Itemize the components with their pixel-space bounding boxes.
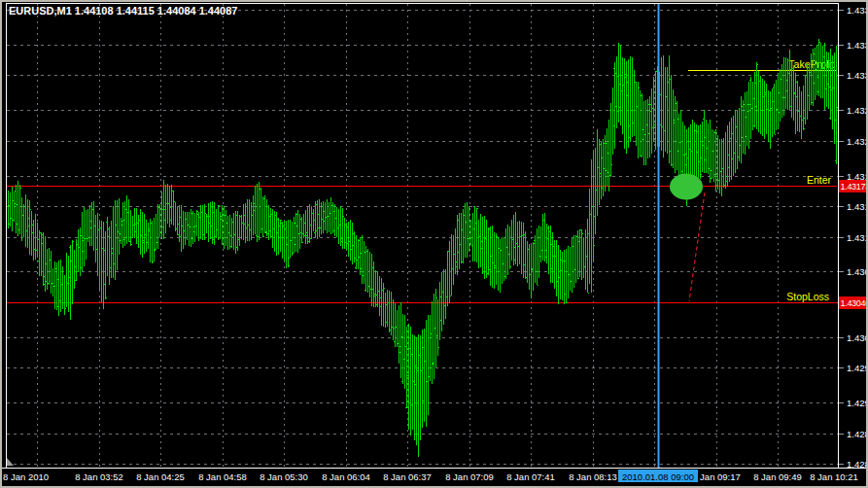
ohlc-bar bbox=[231, 218, 232, 248]
ohlc-bar bbox=[426, 320, 427, 427]
close-tick bbox=[434, 328, 435, 329]
ohlc-bar bbox=[807, 62, 808, 120]
close-tick bbox=[604, 168, 605, 169]
close-tick bbox=[598, 167, 599, 168]
open-tick bbox=[532, 269, 533, 270]
close-tick bbox=[539, 256, 540, 257]
close-tick bbox=[81, 235, 82, 236]
ohlc-bar bbox=[383, 283, 384, 327]
ohlc-bar bbox=[478, 220, 479, 268]
close-tick bbox=[833, 87, 834, 88]
close-tick bbox=[660, 94, 661, 95]
ohlc-bar bbox=[204, 204, 205, 240]
close-tick bbox=[792, 68, 793, 69]
trade-connector bbox=[689, 192, 705, 301]
close-tick bbox=[689, 149, 690, 150]
ohlc-bar bbox=[566, 249, 567, 303]
close-tick bbox=[450, 296, 451, 296]
open-tick bbox=[135, 224, 136, 225]
open-tick bbox=[314, 232, 315, 233]
price-tick-label: 1.43150 bbox=[847, 201, 868, 212]
open-tick bbox=[143, 240, 144, 241]
close-tick bbox=[330, 213, 330, 214]
price-tag-value: 1.43173 bbox=[841, 182, 868, 192]
price-tick-label: 1.43375 bbox=[847, 5, 868, 16]
ohlc-bar bbox=[764, 81, 765, 139]
chart-title: EURUSD,M1 1.44108 1.44115 1.44084 1.4408… bbox=[9, 5, 237, 17]
ohlc-bar bbox=[183, 211, 184, 249]
ohlc-bar bbox=[284, 221, 285, 261]
close-tick bbox=[273, 228, 274, 229]
open-tick bbox=[433, 364, 434, 365]
ohlc-bar bbox=[101, 221, 102, 302]
ohlc-bar bbox=[27, 199, 28, 248]
close-tick bbox=[285, 228, 286, 229]
close-tick bbox=[209, 223, 210, 224]
trade-marker[interactable] bbox=[670, 174, 703, 200]
close-tick bbox=[135, 231, 136, 232]
close-tick bbox=[359, 257, 360, 258]
close-tick bbox=[794, 93, 795, 94]
close-tick bbox=[588, 293, 589, 294]
close-tick bbox=[415, 366, 416, 366]
close-tick bbox=[726, 176, 727, 177]
ohlc-bar bbox=[494, 232, 495, 289]
ohlc-bar bbox=[268, 205, 269, 240]
ohlc-bar bbox=[533, 242, 534, 291]
ohlc-bar bbox=[294, 217, 295, 253]
ohlc-bar bbox=[791, 61, 792, 118]
ohlc-bar bbox=[222, 205, 223, 245]
close-tick bbox=[734, 153, 735, 154]
ohlc-bar bbox=[227, 216, 228, 250]
close-tick bbox=[195, 226, 196, 227]
close-tick bbox=[42, 234, 43, 235]
ohlc-bar bbox=[19, 185, 20, 234]
time-tick-label: 8 Jan 10:21 bbox=[810, 471, 858, 482]
close-tick bbox=[623, 85, 624, 86]
close-tick bbox=[681, 171, 682, 172]
close-tick bbox=[156, 242, 157, 243]
open-tick bbox=[277, 232, 278, 233]
close-tick bbox=[176, 228, 177, 229]
close-tick bbox=[199, 217, 200, 218]
close-tick bbox=[454, 254, 455, 255]
price-chart[interactable]: EnterStopLossTakeProfit1.433751.433351.4… bbox=[0, 0, 868, 488]
close-tick bbox=[652, 108, 653, 109]
ohlc-bar bbox=[671, 75, 672, 166]
ohlc-bar bbox=[564, 250, 565, 304]
close-tick bbox=[15, 203, 16, 204]
open-tick bbox=[281, 223, 282, 224]
ohlc-bar bbox=[511, 220, 512, 261]
ohlc-bar bbox=[117, 200, 118, 270]
open-tick bbox=[104, 284, 105, 285]
ohlc-bar bbox=[715, 129, 716, 192]
open-tick bbox=[794, 92, 795, 93]
close-tick bbox=[226, 223, 227, 224]
ohlc-bar bbox=[404, 315, 405, 389]
close-tick bbox=[166, 203, 167, 204]
close-tick bbox=[213, 212, 214, 213]
close-tick bbox=[205, 213, 206, 214]
open-tick bbox=[83, 251, 84, 252]
ohlc-bar bbox=[224, 206, 225, 249]
ohlc-bar bbox=[130, 210, 131, 246]
close-tick bbox=[543, 220, 544, 221]
ohlc-bar bbox=[8, 191, 9, 228]
ohlc-bar bbox=[157, 204, 158, 249]
close-tick bbox=[398, 343, 399, 344]
close-tick bbox=[761, 110, 762, 111]
close-tick bbox=[376, 304, 377, 305]
close-tick bbox=[508, 254, 509, 255]
ohlc-bar bbox=[327, 199, 328, 233]
ohlc-bar bbox=[138, 215, 139, 248]
ohlc-bar bbox=[264, 195, 265, 233]
open-tick bbox=[660, 124, 661, 125]
ohlc-bar bbox=[605, 135, 606, 192]
close-tick bbox=[122, 221, 122, 222]
ohlc-bar bbox=[830, 49, 831, 120]
price-tick-label: 1.43300 bbox=[847, 70, 868, 81]
open-tick bbox=[534, 240, 535, 241]
ohlc-bar bbox=[562, 252, 563, 300]
ohlc-bar bbox=[737, 111, 738, 169]
close-tick bbox=[61, 284, 62, 285]
